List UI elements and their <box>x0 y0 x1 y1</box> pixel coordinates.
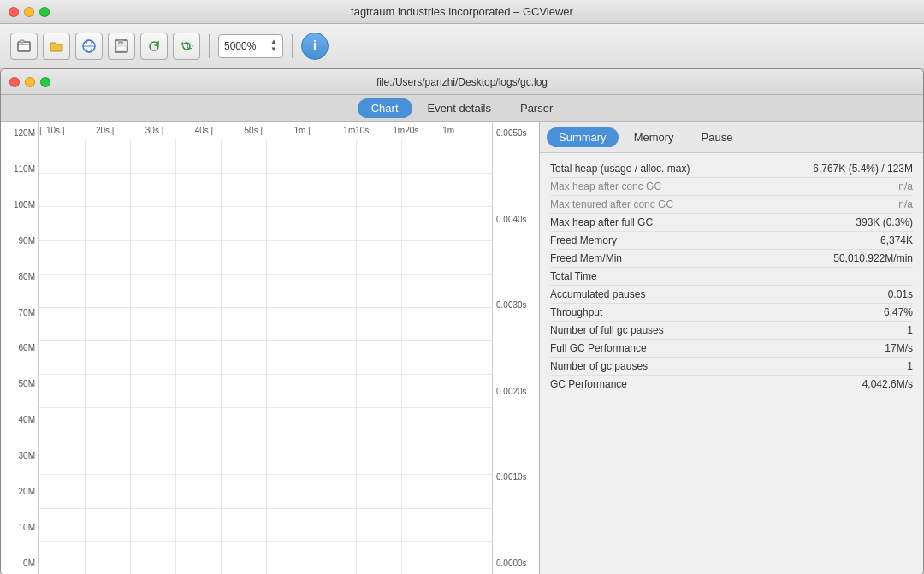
y-time-label-11: 0.0000s <box>493 559 539 568</box>
x-label-30s: 30s | <box>145 126 195 135</box>
chart-tab-bar: Chart Event details Parser <box>1 95 923 122</box>
y-label-40m: 40M <box>1 416 38 424</box>
maximize-button[interactable] <box>39 7 50 17</box>
grid-v-1 <box>85 139 86 574</box>
grid-v-4 <box>221 139 222 574</box>
summary-row-full-gc-perf: Full GC Performance 17M/s <box>550 340 913 358</box>
value-max-heap-conc: n/a <box>793 180 913 192</box>
x-label-10s: 10s | <box>46 126 96 135</box>
value-total-heap: 6,767K (5.4%) / 123M <box>793 163 913 175</box>
open-file-button[interactable] <box>10 33 38 60</box>
x-label-1m10s: 1m10s <box>343 126 393 135</box>
app-title: tagtraum industries incorporated – GCVie… <box>351 5 573 18</box>
y-label-20m: 20M <box>1 488 38 496</box>
reload-button[interactable] <box>140 33 168 60</box>
content-area: 120M 110M 100M 90M 80M 70M 60M 50M 40M 3… <box>1 122 923 574</box>
app-title-bar: tagtraum industries incorporated – GCVie… <box>0 0 924 24</box>
y-time-label-9: 0.0010s <box>493 473 539 482</box>
grid-v-5 <box>266 139 267 574</box>
x-label-40s: 40s | <box>195 126 245 135</box>
label-freed-mem-min: Freed Mem/Min <box>550 252 793 264</box>
svg-rect-6 <box>118 40 123 44</box>
reload-all-button[interactable] <box>173 33 200 60</box>
toolbar: 5000% ▲ ▼ i <box>0 24 924 68</box>
x-label-1m: 1m | <box>293 126 343 135</box>
x-label-20s: 20s | <box>96 126 145 135</box>
tab-parser[interactable]: Parser <box>506 98 566 118</box>
label-num-gc-pauses: Number of gc pauses <box>550 360 793 372</box>
tab-event-details[interactable]: Event details <box>414 98 505 118</box>
label-num-full-gc: Number of full gc pauses <box>550 324 793 336</box>
y-label-90m: 90M <box>1 237 38 246</box>
summary-row-max-heap-full: Max heap after full GC 393K (0.3%) <box>550 214 913 232</box>
minimize-button[interactable] <box>24 7 34 17</box>
value-throughput: 6.47% <box>793 306 913 318</box>
grid-v-7 <box>356 139 357 574</box>
grid-v-6 <box>311 139 311 574</box>
y-label-60m: 60M <box>1 344 38 352</box>
value-freed-memory: 6,374K <box>793 234 913 246</box>
summary-row-num-full-gc: Number of full gc pauses 1 <box>550 322 913 340</box>
close-button[interactable] <box>9 7 19 17</box>
svg-rect-1 <box>20 40 24 43</box>
window-title-bar: file:/Users/panzhi/Desktop/logs/gc.log <box>1 69 923 95</box>
zoom-control[interactable]: 5000% ▲ ▼ <box>218 34 283 58</box>
y-label-10m: 10M <box>1 524 38 532</box>
summary-content: Total heap (usage / alloc. max) 6,767K (… <box>540 153 923 399</box>
y-time-label-1: 0.0050s <box>493 129 539 138</box>
open-url-button[interactable] <box>75 33 103 60</box>
summary-row-accumulated-pauses: Accumulated pauses 0.01s <box>550 286 913 304</box>
open-folder-button[interactable] <box>43 33 70 60</box>
label-full-gc-perf: Full GC Performance <box>550 342 793 354</box>
grid-lines <box>39 139 492 574</box>
chart-area[interactable]: | 10s | 20s | 30s | 40s | 50s | 1m | 1m1… <box>39 122 492 574</box>
value-accumulated-pauses: 0.01s <box>793 288 913 300</box>
summary-row-throughput: Throughput 6.47% <box>550 304 913 322</box>
zoom-value: 5000% <box>224 40 267 52</box>
y-label-0m: 0M <box>1 559 38 568</box>
zoom-arrows[interactable]: ▲ ▼ <box>270 38 277 53</box>
y-label-50m: 50M <box>1 380 38 388</box>
summary-row-freed-mem-min: Freed Mem/Min 50,010.922M/min <box>550 250 913 268</box>
summary-row-num-gc-pauses: Number of gc pauses 1 <box>550 358 913 376</box>
zoom-down-arrow[interactable]: ▼ <box>270 46 277 53</box>
summary-panel: Summary Memory Pause Total heap (usage /… <box>540 122 923 574</box>
y-axis-memory: 120M 110M 100M 90M 80M 70M 60M 50M 40M 3… <box>1 122 39 574</box>
value-full-gc-perf: 17M/s <box>793 342 913 354</box>
tab-summary[interactable]: Summary <box>547 127 619 147</box>
label-total-time: Total Time <box>550 270 793 282</box>
grid-v-9 <box>447 139 447 574</box>
window-close-button[interactable] <box>9 77 20 87</box>
info-button[interactable]: i <box>301 33 329 60</box>
toolbar-separator <box>209 34 210 58</box>
save-button[interactable] <box>108 33 135 60</box>
label-accumulated-pauses: Accumulated pauses <box>550 288 793 300</box>
label-max-heap-conc: Max heap after conc GC <box>550 180 793 192</box>
value-num-full-gc: 1 <box>793 324 913 336</box>
value-num-gc-pauses: 1 <box>793 360 913 372</box>
zoom-up-arrow[interactable]: ▲ <box>270 38 277 45</box>
chart-panel: 120M 110M 100M 90M 80M 70M 60M 50M 40M 3… <box>1 122 540 574</box>
window-traffic-lights <box>9 77 50 87</box>
y-label-30m: 30M <box>1 452 38 460</box>
y-time-label-7: 0.0020s <box>493 388 539 396</box>
label-freed-memory: Freed Memory <box>550 234 793 246</box>
svg-rect-7 <box>117 46 126 50</box>
window-maximize-button[interactable] <box>40 77 50 87</box>
y-axis-time: 0.0050s 0.0040s 0.0030s 0.0020s 0.0010s … <box>492 122 539 574</box>
x-label-1m20s: 1m20s <box>393 126 442 135</box>
x-label-50s: 50s | <box>245 126 294 135</box>
summary-row-gc-perf: GC Performance 4,042.6M/s <box>550 376 913 393</box>
grid-v-3 <box>175 139 176 574</box>
y-time-label-5: 0.0030s <box>493 301 539 310</box>
label-gc-perf: GC Performance <box>550 378 793 390</box>
tab-memory[interactable]: Memory <box>622 127 686 147</box>
tab-chart[interactable]: Chart <box>358 98 412 118</box>
traffic-lights <box>9 7 50 17</box>
window-minimize-button[interactable] <box>25 77 35 87</box>
label-throughput: Throughput <box>550 306 793 318</box>
value-max-tenured: n/a <box>793 198 913 210</box>
tab-pause[interactable]: Pause <box>690 127 745 147</box>
x-axis: | 10s | 20s | 30s | 40s | 50s | 1m | 1m1… <box>39 122 492 139</box>
x-label-1m-end: 1m <box>442 126 492 135</box>
